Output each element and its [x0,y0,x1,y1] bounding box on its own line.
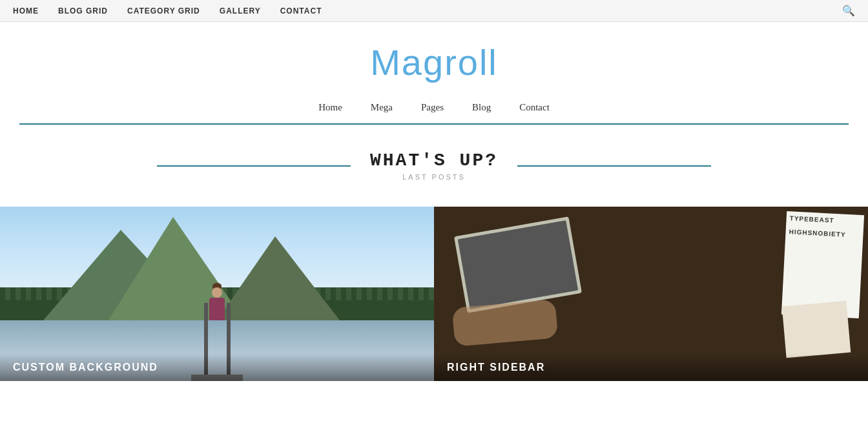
heading-line-left [157,165,351,167]
site-title: Magroll [13,41,855,83]
admin-bar: HOME BLOG GRID CATEGORY GRID GALLERY CON… [0,0,868,22]
heading-line-right [517,165,711,167]
workspace-hands [452,299,559,347]
post-label-text-right: RIGHT SIDEBAR [447,362,545,373]
mountain-3 [217,236,340,320]
post-label-text-left: CUSTOM BACKGROUND [13,362,158,373]
main-nav-pages[interactable]: Pages [421,102,444,123]
admin-nav-gallery[interactable]: GALLERY [220,6,261,15]
posts-grid: CUSTOM BACKGROUND TYPEBEAST HIGHSNOBIETY… [0,207,868,381]
site-header: Magroll [0,22,868,90]
search-icon[interactable]: 🔍 [842,5,855,17]
main-nav-home[interactable]: Home [318,102,342,123]
post-card-right[interactable]: TYPEBEAST HIGHSNOBIETY RIGHT SIDEBAR [434,207,868,381]
main-nav-blog[interactable]: Blog [472,102,491,123]
post-card-left[interactable]: CUSTOM BACKGROUND [0,207,434,381]
main-nav: Home Mega Pages Blog Contact [19,90,849,125]
admin-nav: HOME BLOG GRID CATEGORY GRID GALLERY CON… [13,6,322,15]
main-nav-mega[interactable]: Mega [371,102,393,123]
workspace-paper [782,301,851,358]
post-card-label-right: RIGHT SIDEBAR [434,354,868,381]
person [209,298,225,320]
admin-nav-contact[interactable]: CONTACT [280,6,322,15]
admin-nav-home[interactable]: HOME [13,6,39,15]
section-title: WHAT'S UP? [370,150,498,170]
admin-nav-category-grid[interactable]: CATEGORY GRID [127,6,200,15]
heading-text: WHAT'S UP? LAST POSTS [351,150,517,181]
admin-nav-blog-grid[interactable]: BLOG GRID [58,6,108,15]
post-card-label-left: CUSTOM BACKGROUND [0,354,434,381]
person-head [212,287,222,298]
workspace-laptop [454,216,582,313]
section-heading: WHAT'S UP? LAST POSTS [0,125,868,194]
section-subtitle: LAST POSTS [370,173,498,181]
main-nav-contact[interactable]: Contact [519,102,550,123]
